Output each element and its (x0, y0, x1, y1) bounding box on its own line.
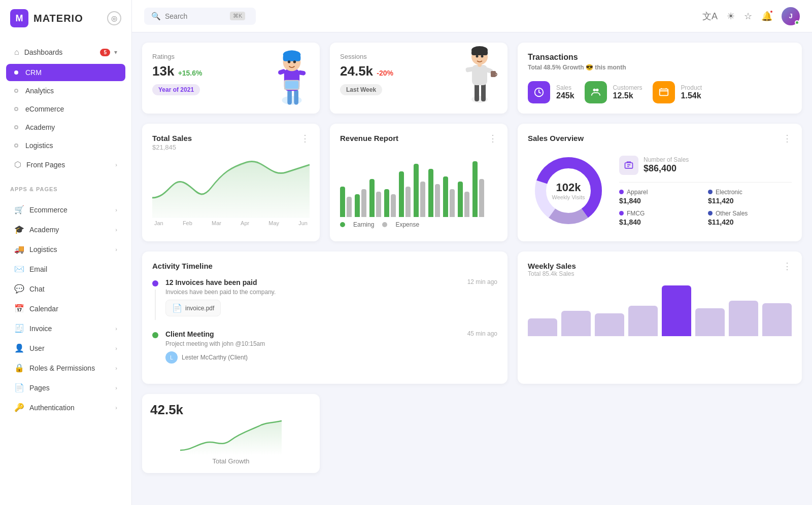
menu-dots-icon[interactable]: ⋮ (783, 261, 792, 272)
month-apr: Apr (241, 220, 249, 226)
chevron-right-icon: › (115, 162, 117, 168)
month-mar: Mar (212, 220, 221, 226)
sidebar-item-logistics[interactable]: Logistics (6, 137, 125, 154)
sidebar-item-chat-app[interactable]: 💬 Chat (6, 279, 125, 298)
weekly-chart (528, 285, 792, 336)
customers-icon (585, 81, 607, 103)
expense-bar (435, 184, 440, 217)
fmcg-dot (619, 211, 624, 215)
bar-group (414, 164, 425, 217)
app-label: Authentication (29, 404, 115, 412)
nav-dot (14, 107, 18, 111)
svg-rect-29 (659, 89, 668, 96)
notification-icon[interactable]: 🔔 (761, 11, 772, 22)
menu-dots-icon[interactable]: ⋮ (488, 133, 497, 144)
earn-bar (340, 187, 345, 217)
pages-icon: ⬡ (14, 160, 21, 169)
month-jan: Jan (154, 220, 163, 226)
expense-bar (391, 194, 396, 217)
dashboards-label: Dashboards (24, 48, 100, 56)
sidebar-apps-section: 🛒 Ecommerce › 🎓 Academy › 🚚 Logistics › … (0, 195, 131, 422)
sidebar-item-email-app[interactable]: ✉️ Email (6, 260, 125, 278)
svg-point-24 (476, 55, 479, 58)
sidebar-item-label: CRM (25, 68, 42, 77)
sidebar-item-roles-app[interactable]: 🔒 Roles & Permissions › (6, 358, 125, 377)
weekly-bar (628, 306, 658, 336)
weekly-bar (729, 301, 758, 336)
earning-legend-dot (340, 222, 345, 227)
growth-card: 42.5k Total Growth (142, 394, 320, 473)
sidebar-item-auth-app[interactable]: 🔑 Authentication › (6, 398, 125, 417)
invoice-attachment[interactable]: 📄 invoice.pdf (165, 300, 221, 316)
chevron-right-icon: › (115, 365, 117, 371)
expense-legend-dot (382, 222, 387, 227)
weekly-bar (662, 285, 691, 336)
sidebar-item-ecommerce[interactable]: eCommerce (6, 100, 125, 118)
sidebar-item-analytics[interactable]: Analytics (6, 82, 125, 99)
svg-point-27 (593, 89, 596, 92)
sidebar-item-label: Academy (25, 123, 55, 131)
earn-bar (472, 161, 478, 217)
sidebar-item-label: eCommerce (25, 105, 64, 113)
sidebar-item-ecommerce-app[interactable]: 🛒 Ecommerce › (6, 200, 125, 219)
chevron-right-icon: › (115, 326, 117, 332)
svg-rect-34 (627, 164, 631, 165)
customers-label: Customers (613, 84, 642, 91)
earn-bar (458, 182, 463, 217)
logo-icon: M (10, 9, 28, 27)
sidebar-item-crm[interactable]: CRM (6, 64, 125, 81)
sidebar-item-academy[interactable]: Academy (6, 119, 125, 136)
sidebar-section-title: APPS & PAGES (0, 179, 131, 195)
transactions-subtitle: Total 48.5% Growth 😎 this month (528, 64, 792, 71)
search-input[interactable] (165, 12, 226, 20)
ratings-change: +15.6% (178, 69, 202, 77)
menu-dots-icon[interactable]: ⋮ (300, 133, 310, 144)
timeline-header: 12 Invoices have been paid 12 min ago (165, 278, 497, 286)
electronic-value: $11,420 (708, 197, 792, 205)
expense-bar (361, 189, 366, 217)
ratings-badge: Year of 2021 (152, 84, 200, 95)
nav-dot (14, 143, 18, 148)
meeting-time: 45 min ago (467, 330, 497, 337)
other-dot (708, 211, 713, 215)
sidebar-item-invoice-app[interactable]: 🧾 Invoice › (6, 319, 125, 338)
sidebar-item-pages-app[interactable]: 📄 Pages › (6, 378, 125, 397)
weekly-subtitle: Total 85.4k Sales (528, 270, 576, 277)
sidebar-item-logistics-app[interactable]: 🚚 Logistics › (6, 240, 125, 259)
translate-icon[interactable]: 文A (702, 10, 718, 22)
app-label: Roles & Permissions (29, 364, 115, 372)
app-label: Logistics (29, 245, 115, 254)
dashboards-badge: 5 (100, 49, 110, 56)
month-jun: Jun (298, 220, 308, 226)
activity-title: Activity Timeline (152, 262, 497, 270)
sidebar-item-user-app[interactable]: 👤 User › (6, 339, 125, 357)
sidebar-item-front-pages[interactable]: ⬡ Front Pages › (6, 155, 125, 174)
earn-bar (443, 176, 448, 217)
chevron-right-icon: › (115, 227, 117, 233)
customers-value: 12.5k (613, 91, 642, 100)
sidebar-item-academy-app[interactable]: 🎓 Academy › (6, 220, 125, 239)
expense-bar (450, 189, 455, 217)
sales-grid-other: Other Sales $11,420 (708, 210, 792, 226)
character-illustration-2 (457, 43, 502, 109)
bookmark-icon[interactable]: ☆ (744, 11, 752, 22)
theme-icon[interactable]: ☀ (727, 11, 735, 22)
chevron-right-icon: › (115, 345, 117, 351)
search-bar[interactable]: 🔍 ⌘K (144, 8, 256, 25)
chart-months: Jan Feb Mar Apr May Jun (152, 220, 310, 226)
svg-rect-33 (625, 163, 633, 168)
logistics-icon: 🚚 (14, 244, 24, 254)
sales-stat-title: Number of Sales (644, 156, 689, 163)
weekly-title: Weekly Sales (528, 262, 576, 270)
avatar[interactable]: J (782, 7, 800, 25)
sidebar-item-calendar-app[interactable]: 📅 Calendar (6, 299, 125, 318)
nav-dot (14, 89, 18, 93)
sidebar-dashboards[interactable]: ⌂ Dashboards 5 ▾ (6, 43, 125, 62)
attachment-name: invoice.pdf (185, 305, 214, 312)
sales-stats: Number of Sales $86,400 Apparel $1,840 (619, 156, 792, 226)
fmcg-value: $1,840 (619, 218, 703, 226)
sidebar-toggle[interactable]: ◎ (107, 11, 121, 25)
total-sales-card: Total Sales $21,845 ⋮ Jan Feb Mar Apr (142, 124, 320, 241)
donut-container: 102k Weekly Visits Number o (528, 150, 792, 231)
menu-dots-icon[interactable]: ⋮ (783, 133, 792, 144)
